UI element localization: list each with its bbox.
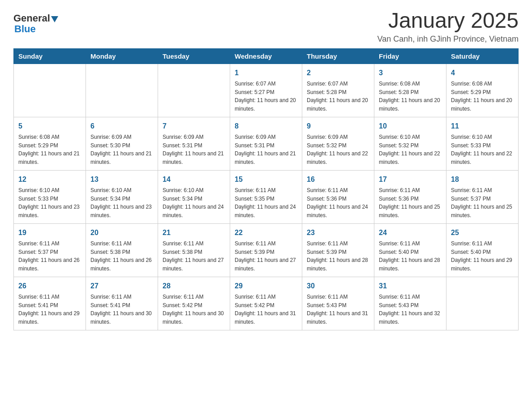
day-info: Sunrise: 6:11 AMSunset: 5:41 PMDaylight:…: [90, 294, 152, 325]
day-info: Sunrise: 6:11 AMSunset: 5:37 PMDaylight:…: [18, 240, 80, 272]
calendar-cell: 16Sunrise: 6:11 AMSunset: 5:36 PMDayligh…: [302, 170, 374, 223]
calendar-week-row: 26Sunrise: 6:11 AMSunset: 5:41 PMDayligh…: [14, 277, 519, 330]
day-number: 18: [451, 174, 514, 185]
calendar-cell: 2Sunrise: 6:07 AMSunset: 5:28 PMDaylight…: [302, 64, 374, 117]
logo-blue-text: Blue: [14, 23, 36, 35]
title-block: January 2025 Van Canh, inh GJinh Provinc…: [377, 9, 519, 44]
calendar-cell: 25Sunrise: 6:11 AMSunset: 5:40 PMDayligh…: [446, 223, 519, 277]
day-number: 6: [90, 121, 153, 132]
day-number: 13: [90, 174, 153, 185]
day-number: 26: [18, 281, 81, 291]
day-info: Sunrise: 6:10 AMSunset: 5:32 PMDaylight:…: [379, 134, 440, 165]
calendar-table: SundayMondayTuesdayWednesdayThursdayFrid…: [13, 48, 519, 330]
day-info: Sunrise: 6:09 AMSunset: 5:30 PMDaylight:…: [90, 134, 152, 165]
day-number: 24: [379, 227, 442, 238]
day-info: Sunrise: 6:11 AMSunset: 5:36 PMDaylight:…: [379, 187, 440, 218]
day-info: Sunrise: 6:09 AMSunset: 5:31 PMDaylight:…: [235, 134, 296, 165]
calendar-cell: 22Sunrise: 6:11 AMSunset: 5:39 PMDayligh…: [230, 223, 302, 277]
day-number: 28: [163, 281, 225, 291]
header-saturday: Saturday: [446, 48, 519, 64]
header-thursday: Thursday: [302, 48, 374, 64]
header-sunday: Sunday: [14, 48, 86, 64]
calendar-cell: 12Sunrise: 6:10 AMSunset: 5:33 PMDayligh…: [14, 170, 86, 223]
day-info: Sunrise: 6:11 AMSunset: 5:38 PMDaylight:…: [163, 240, 224, 272]
day-number: 1: [235, 68, 297, 78]
day-info: Sunrise: 6:11 AMSunset: 5:36 PMDaylight:…: [307, 187, 368, 218]
calendar-cell: 20Sunrise: 6:11 AMSunset: 5:38 PMDayligh…: [86, 223, 158, 277]
day-number: 23: [307, 227, 369, 238]
location-subtitle: Van Canh, inh GJinh Province, Vietnam: [377, 34, 519, 44]
calendar-cell: [158, 64, 230, 117]
day-info: Sunrise: 6:11 AMSunset: 5:40 PMDaylight:…: [379, 240, 440, 272]
day-number: 16: [307, 174, 369, 185]
day-info: Sunrise: 6:10 AMSunset: 5:34 PMDaylight:…: [163, 187, 224, 218]
day-number: 12: [18, 174, 81, 185]
day-number: 7: [163, 121, 225, 132]
day-number: 25: [451, 227, 514, 238]
day-number: 9: [307, 121, 369, 132]
header-tuesday: Tuesday: [158, 48, 230, 64]
calendar-cell: 6Sunrise: 6:09 AMSunset: 5:30 PMDaylight…: [86, 117, 158, 170]
calendar-cell: 1Sunrise: 6:07 AMSunset: 5:27 PMDaylight…: [230, 64, 302, 117]
day-info: Sunrise: 6:11 AMSunset: 5:43 PMDaylight:…: [307, 294, 368, 325]
day-number: 27: [90, 281, 153, 291]
calendar-cell: 4Sunrise: 6:08 AMSunset: 5:29 PMDaylight…: [446, 64, 519, 117]
calendar-cell: 19Sunrise: 6:11 AMSunset: 5:37 PMDayligh…: [14, 223, 86, 277]
calendar-week-row: 5Sunrise: 6:08 AMSunset: 5:29 PMDaylight…: [14, 117, 519, 170]
calendar-week-row: 19Sunrise: 6:11 AMSunset: 5:37 PMDayligh…: [14, 223, 519, 277]
day-number: 8: [235, 121, 297, 132]
calendar-cell: [446, 277, 519, 330]
day-info: Sunrise: 6:11 AMSunset: 5:42 PMDaylight:…: [163, 294, 224, 325]
day-info: Sunrise: 6:11 AMSunset: 5:38 PMDaylight:…: [90, 240, 152, 272]
page-header: GeneralBlue January 2025 Van Canh, inh G…: [13, 9, 519, 44]
day-info: Sunrise: 6:11 AMSunset: 5:39 PMDaylight:…: [307, 240, 368, 272]
day-number: 14: [163, 174, 225, 185]
day-info: Sunrise: 6:07 AMSunset: 5:28 PMDaylight:…: [307, 81, 368, 112]
calendar-cell: 30Sunrise: 6:11 AMSunset: 5:43 PMDayligh…: [302, 277, 374, 330]
logo-general-text: General: [13, 13, 50, 24]
calendar-cell: 14Sunrise: 6:10 AMSunset: 5:34 PMDayligh…: [158, 170, 230, 223]
calendar-cell: 15Sunrise: 6:11 AMSunset: 5:35 PMDayligh…: [230, 170, 302, 223]
day-info: Sunrise: 6:11 AMSunset: 5:40 PMDaylight:…: [451, 240, 512, 272]
calendar-cell: 10Sunrise: 6:10 AMSunset: 5:32 PMDayligh…: [374, 117, 446, 170]
day-info: Sunrise: 6:07 AMSunset: 5:27 PMDaylight:…: [235, 81, 296, 112]
calendar-header-row: SundayMondayTuesdayWednesdayThursdayFrid…: [14, 48, 519, 64]
calendar-cell: 5Sunrise: 6:08 AMSunset: 5:29 PMDaylight…: [14, 117, 86, 170]
calendar-cell: 8Sunrise: 6:09 AMSunset: 5:31 PMDaylight…: [230, 117, 302, 170]
day-number: 20: [90, 227, 153, 238]
month-title: January 2025: [377, 9, 519, 33]
calendar-cell: 7Sunrise: 6:09 AMSunset: 5:31 PMDaylight…: [158, 117, 230, 170]
calendar-cell: 26Sunrise: 6:11 AMSunset: 5:41 PMDayligh…: [14, 277, 86, 330]
day-number: 19: [18, 227, 81, 238]
day-info: Sunrise: 6:10 AMSunset: 5:33 PMDaylight:…: [18, 187, 80, 218]
calendar-cell: 17Sunrise: 6:11 AMSunset: 5:36 PMDayligh…: [374, 170, 446, 223]
day-info: Sunrise: 6:11 AMSunset: 5:41 PMDaylight:…: [18, 294, 80, 325]
calendar-cell: 13Sunrise: 6:10 AMSunset: 5:34 PMDayligh…: [86, 170, 158, 223]
logo: GeneralBlue: [13, 9, 58, 35]
calendar-cell: [14, 64, 86, 117]
calendar-cell: 21Sunrise: 6:11 AMSunset: 5:38 PMDayligh…: [158, 223, 230, 277]
day-info: Sunrise: 6:08 AMSunset: 5:29 PMDaylight:…: [451, 81, 512, 112]
header-wednesday: Wednesday: [230, 48, 302, 64]
day-number: 31: [379, 281, 442, 291]
day-info: Sunrise: 6:11 AMSunset: 5:43 PMDaylight:…: [379, 294, 440, 325]
day-number: 29: [235, 281, 297, 291]
calendar-cell: 9Sunrise: 6:09 AMSunset: 5:32 PMDaylight…: [302, 117, 374, 170]
day-number: 30: [307, 281, 369, 291]
calendar-cell: [86, 64, 158, 117]
calendar-cell: 18Sunrise: 6:11 AMSunset: 5:37 PMDayligh…: [446, 170, 519, 223]
day-number: 22: [235, 227, 297, 238]
calendar-cell: 11Sunrise: 6:10 AMSunset: 5:33 PMDayligh…: [446, 117, 519, 170]
day-number: 17: [379, 174, 442, 185]
day-info: Sunrise: 6:09 AMSunset: 5:32 PMDaylight:…: [307, 134, 368, 165]
day-info: Sunrise: 6:10 AMSunset: 5:33 PMDaylight:…: [451, 134, 512, 165]
day-number: 11: [451, 121, 514, 132]
calendar-cell: 31Sunrise: 6:11 AMSunset: 5:43 PMDayligh…: [374, 277, 446, 330]
calendar-cell: 23Sunrise: 6:11 AMSunset: 5:39 PMDayligh…: [302, 223, 374, 277]
day-number: 21: [163, 227, 225, 238]
day-info: Sunrise: 6:08 AMSunset: 5:28 PMDaylight:…: [379, 81, 440, 112]
day-number: 10: [379, 121, 442, 132]
day-number: 3: [379, 68, 442, 78]
day-info: Sunrise: 6:08 AMSunset: 5:29 PMDaylight:…: [18, 134, 80, 165]
day-info: Sunrise: 6:11 AMSunset: 5:39 PMDaylight:…: [235, 240, 296, 272]
